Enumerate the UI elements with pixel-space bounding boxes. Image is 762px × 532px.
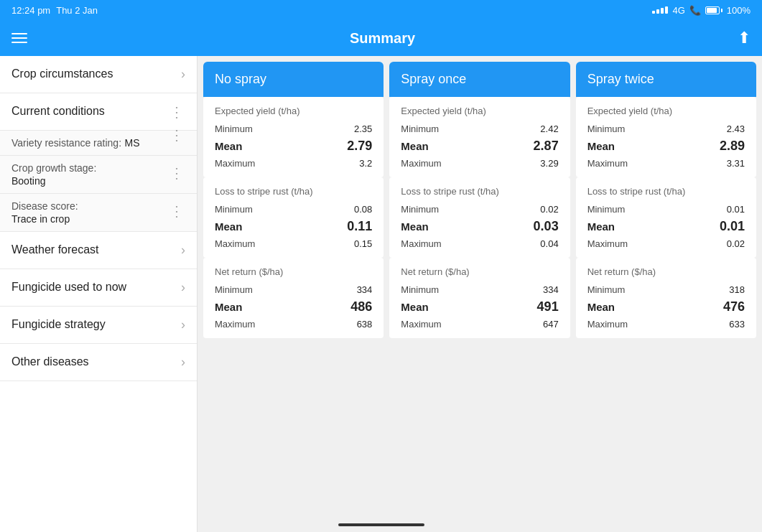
data-row-spray-once-2-0: Minimum334 bbox=[401, 284, 558, 295]
status-right: 4G 📞 100% bbox=[652, 5, 751, 16]
data-row-no-spray-1-0: Minimum0.08 bbox=[215, 204, 372, 215]
growth-stage-options-icon[interactable]: ⋮ bbox=[169, 164, 185, 182]
row-label: Mean bbox=[215, 140, 242, 152]
data-row-spray-twice-1-0: Minimum0.01 bbox=[587, 204, 745, 215]
variety-label: Variety resistance rating: bbox=[11, 137, 121, 149]
data-row-spray-once-0-1: Mean2.87 bbox=[401, 139, 558, 154]
row-value: 3.31 bbox=[727, 158, 745, 169]
row-label: Mean bbox=[587, 140, 615, 152]
row-label: Mean bbox=[587, 301, 615, 313]
data-row-no-spray-2-1: Mean486 bbox=[215, 299, 372, 314]
column-spray-once: Spray onceExpected yield (t/ha)Minimum2.… bbox=[389, 62, 570, 526]
chevron-right-icon-3: › bbox=[181, 280, 185, 295]
row-value: 3.29 bbox=[540, 158, 558, 169]
row-value: 633 bbox=[729, 319, 745, 330]
card-no-spray-0: Expected yield (t/ha)Minimum2.35Mean2.79… bbox=[203, 97, 384, 177]
home-indicator bbox=[338, 523, 424, 526]
card-title-spray-once-1: Loss to stripe rust (t/ha) bbox=[401, 186, 558, 197]
row-value: 2.35 bbox=[354, 123, 372, 134]
page-title: Summary bbox=[27, 30, 738, 47]
data-row-no-spray-2-2: Maximum638 bbox=[215, 319, 372, 330]
card-spray-once-0: Expected yield (t/ha)Minimum2.42Mean2.87… bbox=[389, 97, 570, 177]
row-value: 3.2 bbox=[359, 158, 372, 169]
data-row-spray-once-0-2: Maximum3.29 bbox=[401, 158, 558, 169]
data-row-spray-twice-2-0: Minimum318 bbox=[587, 284, 745, 295]
battery-label: 100% bbox=[727, 5, 751, 16]
card-no-spray-2: Net return ($/ha)Minimum334Mean486Maximu… bbox=[203, 258, 384, 338]
share-button[interactable]: ⬆ bbox=[738, 29, 751, 47]
sidebar-label-current-conditions: Current conditions bbox=[11, 104, 105, 119]
status-bar: 12:24 pm Thu 2 Jan 4G 📞 100% bbox=[0, 0, 762, 20]
card-spray-once-1: Loss to stripe rust (t/ha)Minimum0.02Mea… bbox=[389, 177, 570, 258]
row-label: Minimum bbox=[401, 123, 439, 134]
sidebar-label-other-diseases: Other diseases bbox=[11, 355, 89, 370]
card-title-spray-twice-0: Expected yield (t/ha) bbox=[587, 106, 745, 116]
data-row-no-spray-1-2: Maximum0.15 bbox=[215, 238, 372, 249]
row-label: Minimum bbox=[215, 123, 253, 134]
row-value: 2.87 bbox=[534, 139, 559, 154]
row-label: Minimum bbox=[215, 204, 253, 215]
card-title-spray-once-0: Expected yield (t/ha) bbox=[401, 106, 558, 116]
card-spray-once-2: Net return ($/ha)Minimum334Mean491Maximu… bbox=[389, 258, 570, 338]
data-row-spray-twice-2-2: Maximum633 bbox=[587, 319, 745, 330]
signal-icon bbox=[652, 6, 668, 14]
row-label: Minimum bbox=[401, 204, 439, 215]
chevron-right-icon: › bbox=[181, 67, 185, 82]
row-label: Mean bbox=[587, 220, 615, 233]
sidebar-item-other-diseases[interactable]: Other diseases › bbox=[0, 344, 197, 381]
row-label: Minimum bbox=[401, 284, 439, 295]
row-value: 0.02 bbox=[540, 204, 558, 215]
main-content: No sprayExpected yield (t/ha)Minimum2.35… bbox=[198, 56, 762, 532]
disease-score-value: Trace in crop bbox=[11, 213, 70, 225]
sidebar-label-fungicide-strategy: Fungicide strategy bbox=[11, 317, 106, 332]
menu-button[interactable] bbox=[11, 33, 27, 43]
column-spray-twice: Spray twiceExpected yield (t/ha)Minimum2… bbox=[576, 62, 756, 526]
sidebar: Crop circumstances › Current conditions … bbox=[0, 56, 198, 532]
sidebar-subitem-disease-score: Disease score: Trace in crop ⋮ bbox=[0, 194, 197, 232]
status-left: 12:24 pm Thu 2 Jan bbox=[11, 5, 98, 16]
row-label: Maximum bbox=[587, 158, 628, 169]
sidebar-item-crop-circumstances[interactable]: Crop circumstances › bbox=[0, 56, 197, 93]
card-title-spray-twice-2: Net return ($/ha) bbox=[587, 266, 745, 277]
row-value: 476 bbox=[723, 299, 745, 314]
data-row-spray-twice-0-2: Maximum3.31 bbox=[587, 158, 745, 169]
row-label: Maximum bbox=[587, 238, 628, 249]
sidebar-item-fungicide-strategy[interactable]: Fungicide strategy › bbox=[0, 307, 197, 344]
sidebar-item-weather-forecast[interactable]: Weather forecast › bbox=[0, 232, 197, 269]
card-no-spray-1: Loss to stripe rust (t/ha)Minimum0.08Mea… bbox=[203, 177, 384, 258]
variety-options-icon[interactable]: ⋮ bbox=[169, 126, 185, 144]
battery-icon bbox=[705, 6, 722, 14]
data-row-spray-twice-0-0: Minimum2.43 bbox=[587, 123, 745, 134]
row-label: Mean bbox=[401, 220, 428, 233]
data-row-spray-once-2-2: Maximum647 bbox=[401, 319, 558, 330]
data-row-no-spray-0-2: Maximum3.2 bbox=[215, 158, 372, 169]
data-row-no-spray-2-0: Minimum334 bbox=[215, 284, 372, 295]
time: 12:24 pm bbox=[11, 5, 50, 16]
row-label: Minimum bbox=[587, 123, 626, 134]
sidebar-item-current-conditions[interactable]: Current conditions ⋮ bbox=[0, 93, 197, 131]
row-label: Maximum bbox=[215, 319, 255, 330]
data-row-spray-once-0-0: Minimum2.42 bbox=[401, 123, 558, 134]
sidebar-subitem-variety: Variety resistance rating: MS ⋮ bbox=[0, 131, 197, 156]
network-label: 4G bbox=[672, 5, 684, 16]
card-title-no-spray-0: Expected yield (t/ha) bbox=[215, 106, 372, 116]
row-value: 0.01 bbox=[727, 204, 745, 215]
disease-score-label: Disease score: bbox=[11, 200, 78, 212]
column-no-spray: No sprayExpected yield (t/ha)Minimum2.35… bbox=[203, 62, 384, 526]
growth-stage-label: Crop growth stage: bbox=[11, 162, 96, 174]
data-row-spray-once-2-1: Mean491 bbox=[401, 299, 558, 314]
growth-stage-value: Booting bbox=[11, 175, 45, 187]
phone-icon: 📞 bbox=[689, 5, 701, 16]
row-value: 318 bbox=[729, 284, 745, 295]
row-value: 0.08 bbox=[354, 204, 372, 215]
column-header-spray-twice: Spray twice bbox=[576, 62, 756, 97]
sidebar-item-fungicide-used[interactable]: Fungicide used to now › bbox=[0, 269, 197, 307]
row-label: Mean bbox=[215, 220, 242, 233]
app-body: Crop circumstances › Current conditions … bbox=[0, 56, 762, 532]
data-row-spray-once-1-1: Mean0.03 bbox=[401, 219, 558, 234]
disease-score-options-icon[interactable]: ⋮ bbox=[169, 202, 185, 220]
data-row-spray-once-1-0: Minimum0.02 bbox=[401, 204, 558, 215]
card-title-spray-twice-1: Loss to stripe rust (t/ha) bbox=[587, 186, 745, 197]
card-title-no-spray-1: Loss to stripe rust (t/ha) bbox=[215, 186, 372, 197]
data-row-no-spray-0-0: Minimum2.35 bbox=[215, 123, 372, 134]
